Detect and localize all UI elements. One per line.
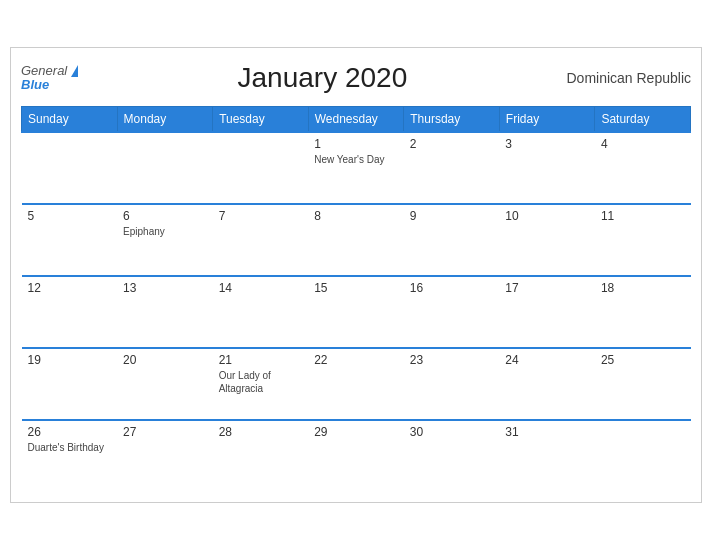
calendar-week-row: 56Epiphany7891011	[22, 204, 691, 276]
calendar-cell: 24	[499, 348, 595, 420]
calendar-week-row: 12131415161718	[22, 276, 691, 348]
calendar-week-row: 192021Our Lady of Altagracia22232425	[22, 348, 691, 420]
calendar-cell: 1New Year's Day	[308, 132, 404, 204]
calendar-cell: 27	[117, 420, 213, 492]
weekday-header-thursday: Thursday	[404, 107, 500, 133]
day-number: 15	[314, 281, 398, 295]
weekday-header-row: SundayMondayTuesdayWednesdayThursdayFrid…	[22, 107, 691, 133]
day-number: 20	[123, 353, 207, 367]
day-number: 30	[410, 425, 494, 439]
calendar-cell: 31	[499, 420, 595, 492]
calendar-cell: 17	[499, 276, 595, 348]
calendar-week-row: 1New Year's Day234	[22, 132, 691, 204]
day-number: 7	[219, 209, 303, 223]
day-number: 21	[219, 353, 303, 367]
calendar-title: January 2020	[78, 62, 566, 94]
calendar-cell: 29	[308, 420, 404, 492]
day-number: 5	[28, 209, 112, 223]
day-number: 22	[314, 353, 398, 367]
calendar: General Blue January 2020 Dominican Repu…	[10, 47, 702, 503]
weekday-header-friday: Friday	[499, 107, 595, 133]
calendar-cell: 7	[213, 204, 309, 276]
day-number: 17	[505, 281, 589, 295]
calendar-cell	[595, 420, 691, 492]
calendar-cell: 16	[404, 276, 500, 348]
calendar-cell: 12	[22, 276, 118, 348]
calendar-cell: 13	[117, 276, 213, 348]
calendar-cell: 2	[404, 132, 500, 204]
calendar-header: General Blue January 2020 Dominican Repu…	[21, 58, 691, 98]
day-number: 16	[410, 281, 494, 295]
calendar-week-row: 26Duarte's Birthday2728293031	[22, 420, 691, 492]
calendar-cell: 6Epiphany	[117, 204, 213, 276]
day-number: 26	[28, 425, 112, 439]
calendar-table: SundayMondayTuesdayWednesdayThursdayFrid…	[21, 106, 691, 492]
calendar-cell: 20	[117, 348, 213, 420]
day-number: 13	[123, 281, 207, 295]
day-number: 4	[601, 137, 685, 151]
logo-blue-text: Blue	[21, 78, 78, 92]
weekday-header-wednesday: Wednesday	[308, 107, 404, 133]
logo-triangle-icon	[71, 65, 78, 77]
calendar-cell	[117, 132, 213, 204]
day-number: 29	[314, 425, 398, 439]
calendar-cell: 30	[404, 420, 500, 492]
calendar-cell: 15	[308, 276, 404, 348]
day-number: 9	[410, 209, 494, 223]
day-number: 8	[314, 209, 398, 223]
calendar-cell: 21Our Lady of Altagracia	[213, 348, 309, 420]
logo: General Blue	[21, 64, 78, 93]
calendar-country: Dominican Republic	[566, 70, 691, 86]
calendar-cell: 9	[404, 204, 500, 276]
calendar-cell: 18	[595, 276, 691, 348]
calendar-cell: 8	[308, 204, 404, 276]
day-number: 27	[123, 425, 207, 439]
day-number: 23	[410, 353, 494, 367]
day-number: 31	[505, 425, 589, 439]
calendar-cell: 28	[213, 420, 309, 492]
weekday-header-saturday: Saturday	[595, 107, 691, 133]
calendar-cell: 11	[595, 204, 691, 276]
day-number: 24	[505, 353, 589, 367]
weekday-header-sunday: Sunday	[22, 107, 118, 133]
calendar-cell: 5	[22, 204, 118, 276]
day-number: 28	[219, 425, 303, 439]
holiday-name: New Year's Day	[314, 153, 398, 166]
calendar-cell	[22, 132, 118, 204]
calendar-cell: 3	[499, 132, 595, 204]
logo-general-text: General	[21, 64, 67, 78]
day-number: 11	[601, 209, 685, 223]
holiday-name: Epiphany	[123, 225, 207, 238]
calendar-cell: 19	[22, 348, 118, 420]
weekday-header-tuesday: Tuesday	[213, 107, 309, 133]
day-number: 19	[28, 353, 112, 367]
holiday-name: Our Lady of Altagracia	[219, 369, 303, 395]
day-number: 14	[219, 281, 303, 295]
weekday-header-monday: Monday	[117, 107, 213, 133]
calendar-cell: 23	[404, 348, 500, 420]
holiday-name: Duarte's Birthday	[28, 441, 112, 454]
calendar-cell: 4	[595, 132, 691, 204]
calendar-cell: 26Duarte's Birthday	[22, 420, 118, 492]
day-number: 3	[505, 137, 589, 151]
calendar-cell: 14	[213, 276, 309, 348]
day-number: 25	[601, 353, 685, 367]
day-number: 6	[123, 209, 207, 223]
day-number: 18	[601, 281, 685, 295]
day-number: 12	[28, 281, 112, 295]
day-number: 10	[505, 209, 589, 223]
calendar-cell	[213, 132, 309, 204]
calendar-cell: 22	[308, 348, 404, 420]
calendar-cell: 25	[595, 348, 691, 420]
day-number: 2	[410, 137, 494, 151]
calendar-cell: 10	[499, 204, 595, 276]
day-number: 1	[314, 137, 398, 151]
